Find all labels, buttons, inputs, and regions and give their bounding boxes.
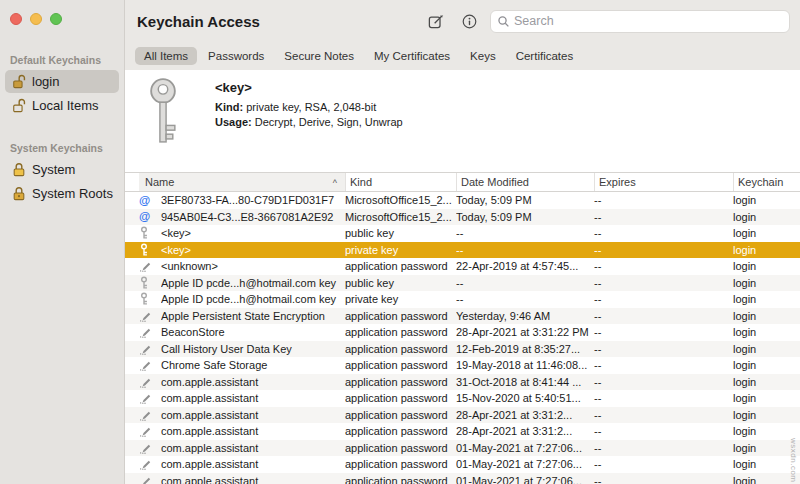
search-input[interactable] (514, 14, 783, 28)
item-modified-cell: 01-May-2021 at 7:27:06... (456, 440, 594, 457)
sidebar: Default Keychains login Local Items Syst… (0, 0, 125, 484)
table-row[interactable]: BeaconStore application password 28-Apr-… (125, 324, 800, 341)
close-button[interactable] (10, 13, 22, 25)
item-modified-cell: 19-May-2018 at 11:46:08... (456, 357, 594, 374)
item-name-cell: com.apple.assistant (161, 473, 345, 484)
item-kind-cell: private key (345, 291, 456, 308)
item-modified-cell: 22-Apr-2019 at 4:57:45... (456, 258, 594, 275)
item-keychain-cell: login (733, 291, 800, 308)
item-keychain-cell: login (733, 242, 800, 259)
table-row[interactable]: Call History User Data Key application p… (125, 341, 800, 358)
table-row[interactable]: <key> private key -- -- login (125, 242, 800, 259)
item-name-cell: com.apple.assistant (161, 374, 345, 391)
item-expires-cell: -- (594, 242, 733, 259)
table-row[interactable]: com.apple.assistant application password… (125, 374, 800, 391)
item-modified-cell: -- (456, 275, 594, 292)
category-tabbar: All Items Passwords Secure Notes My Cert… (125, 42, 800, 70)
locked-padlock-icon (11, 186, 26, 201)
tab-my-certificates[interactable]: My Certificates (365, 47, 459, 65)
item-name-cell: 3EF80733-FA...80-C79D1FD031F7 (161, 192, 345, 209)
pencil-icon (139, 341, 161, 358)
sidebar-item-label: System Roots (32, 186, 113, 201)
table-row[interactable]: com.apple.assistant application password… (125, 456, 800, 473)
item-keychain-cell: login (733, 308, 800, 325)
table-row[interactable]: Apple ID pcde...h@hotmail.com key privat… (125, 291, 800, 308)
item-modified-cell: -- (456, 242, 594, 259)
item-name-cell: <key> (161, 242, 345, 259)
detail-kind: Kind: private key, RSA, 2,048-bit (215, 101, 403, 113)
pencil-icon (139, 390, 161, 407)
column-header-kind[interactable]: Kind (345, 173, 456, 191)
tab-passwords[interactable]: Passwords (199, 47, 273, 65)
tab-certificates[interactable]: Certificates (507, 47, 583, 65)
tab-all-items[interactable]: All Items (135, 47, 197, 65)
key-icon (139, 242, 161, 259)
item-expires-cell: -- (594, 357, 733, 374)
table-row[interactable]: com.apple.assistant application password… (125, 407, 800, 424)
item-expires-cell: -- (594, 374, 733, 391)
toolbar: Keychain Access (125, 0, 800, 42)
new-item-button[interactable] (422, 9, 448, 33)
table-row[interactable]: Apple Persistent State Encryption applic… (125, 308, 800, 325)
table-row[interactable]: com.apple.assistant application password… (125, 440, 800, 457)
item-keychain-cell: login (733, 357, 800, 374)
pencil-icon (139, 324, 161, 341)
sidebar-item-local-items[interactable]: Local Items (5, 94, 119, 117)
table-row[interactable]: <unknown> application password 22-Apr-20… (125, 258, 800, 275)
info-button[interactable] (456, 9, 482, 33)
column-header-date-modified[interactable]: Date Modified (456, 173, 594, 191)
minimize-button[interactable] (30, 13, 42, 25)
item-keychain-cell: login (733, 275, 800, 292)
item-keychain-cell: login (733, 258, 800, 275)
item-name-cell: com.apple.assistant (161, 423, 345, 440)
item-kind-cell: application password (345, 407, 456, 424)
item-keychain-cell: login (733, 209, 800, 226)
sidebar-item-system[interactable]: System (5, 158, 119, 181)
pencil-icon (139, 258, 161, 275)
sidebar-item-system-roots[interactable]: System Roots (5, 182, 119, 205)
item-expires-cell: -- (594, 324, 733, 341)
sidebar-item-login[interactable]: login (5, 70, 119, 93)
item-kind-cell: application password (345, 473, 456, 484)
search-icon (497, 15, 510, 28)
table-row[interactable]: Apple ID pcde...h@hotmail.com key public… (125, 275, 800, 292)
item-expires-cell: -- (594, 456, 733, 473)
item-name-cell: <unknown> (161, 258, 345, 275)
item-expires-cell: -- (594, 390, 733, 407)
item-expires-cell: -- (594, 440, 733, 457)
item-expires-cell: -- (594, 192, 733, 209)
item-kind-cell: public key (345, 275, 456, 292)
pencil-icon (139, 357, 161, 374)
search-field[interactable] (490, 10, 790, 33)
pencil-icon (139, 308, 161, 325)
item-kind-cell: application password (345, 390, 456, 407)
sidebar-item-label: login (32, 74, 59, 89)
item-keychain-cell: login (733, 225, 800, 242)
detail-title: <key> (215, 80, 403, 95)
item-modified-cell: Today, 5:09 PM (456, 209, 594, 226)
column-header-expires[interactable]: Expires (594, 173, 733, 191)
table-row[interactable]: @ 945AB0E4-C3...E8-3667081A2E92 Microsof… (125, 209, 800, 226)
item-expires-cell: -- (594, 291, 733, 308)
table-row[interactable]: Chrome Safe Storage application password… (125, 357, 800, 374)
zoom-button[interactable] (50, 13, 62, 25)
key-icon (139, 275, 161, 292)
table-row[interactable]: com.apple.assistant application password… (125, 390, 800, 407)
item-expires-cell: -- (594, 473, 733, 484)
locked-padlock-icon (11, 162, 26, 177)
table-row[interactable]: <key> public key -- -- login (125, 225, 800, 242)
tab-keys[interactable]: Keys (461, 47, 505, 65)
table-row[interactable]: com.apple.assistant application password… (125, 473, 800, 484)
unlocked-padlock-icon (11, 98, 26, 113)
column-header-keychain[interactable]: Keychain (733, 173, 800, 191)
table-row[interactable]: @ 3EF80733-FA...80-C79D1FD031F7 Microsof… (125, 192, 800, 209)
item-kind-cell: application password (345, 308, 456, 325)
tab-secure-notes[interactable]: Secure Notes (275, 47, 363, 65)
detail-usage: Usage: Decrypt, Derive, Sign, Unwrap (215, 116, 403, 128)
item-kind-cell: private key (345, 242, 456, 259)
column-header-name[interactable]: Name ^ (139, 173, 345, 191)
keychain-access-window: Default Keychains login Local Items Syst… (0, 0, 800, 484)
sort-ascending-icon: ^ (333, 174, 337, 192)
table-row[interactable]: com.apple.assistant application password… (125, 423, 800, 440)
item-kind-cell: application password (345, 341, 456, 358)
